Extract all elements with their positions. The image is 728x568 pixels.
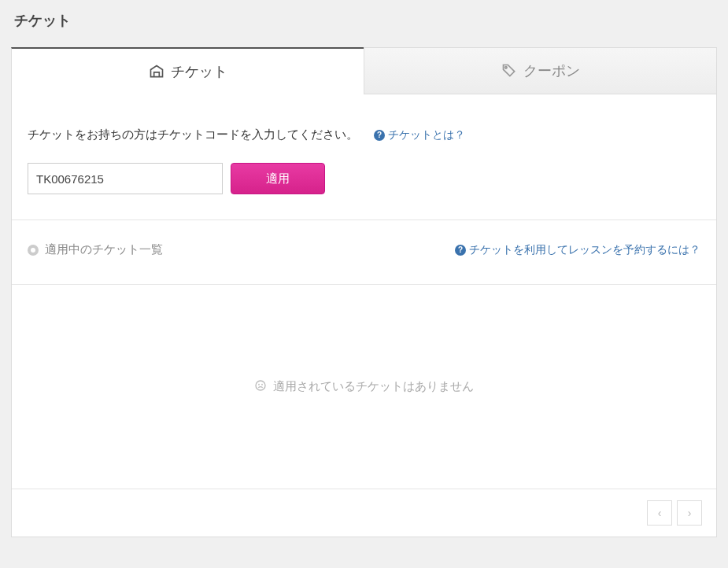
tab-coupon-label: クーポン [523,61,580,80]
question-icon: ? [374,130,385,141]
svg-point-1 [256,381,265,390]
how-to-book-label: チケットを利用してレッスンを予約するには？ [469,243,700,257]
svg-point-0 [504,67,507,69]
ticket-icon [149,64,164,79]
chevron-right-icon: › [688,507,692,519]
pager: ‹ › [12,489,716,537]
chevron-left-icon: ‹ [658,507,662,519]
tab-ticket[interactable]: チケット [11,47,364,94]
sad-face-icon [254,379,267,394]
question-icon: ? [455,245,466,256]
what-is-ticket-link[interactable]: ? チケットとは？ [374,128,465,142]
next-page-button[interactable]: › [677,500,702,526]
tab-ticket-label: チケット [171,62,227,81]
entry-instruction: チケットをお持ちの方はチケットコードを入力してください。 [28,127,358,142]
page-title: チケット [14,11,717,30]
svg-point-2 [259,384,260,385]
tab-coupon[interactable]: クーポン [364,47,717,94]
svg-point-3 [262,384,263,385]
apply-button[interactable]: 適用 [231,163,325,194]
how-to-book-link[interactable]: ? チケットを利用してレッスンを予約するには？ [455,243,700,257]
coupon-icon [501,63,517,79]
empty-section: 適用されているチケットはありません [12,285,716,489]
applied-tickets-heading-label: 適用中のチケット一覧 [45,242,163,257]
entry-section: チケットをお持ちの方はチケットコードを入力してください。 ? チケットとは？ 適… [12,94,716,220]
empty-message: 適用されているチケットはありません [254,379,474,394]
prev-page-button[interactable]: ‹ [647,500,672,526]
bullet-icon [28,245,39,256]
what-is-ticket-label: チケットとは？ [388,128,465,142]
ticket-code-input[interactable] [28,163,223,194]
tab-bar: チケット クーポン [11,47,717,94]
applied-tickets-heading: 適用中のチケット一覧 [28,242,163,257]
empty-message-text: 適用されているチケットはありません [273,379,474,394]
list-section: 適用中のチケット一覧 ? チケットを利用してレッスンを予約するには？ [12,220,716,285]
ticket-panel: チケットをお持ちの方はチケットコードを入力してください。 ? チケットとは？ 適… [11,94,717,537]
